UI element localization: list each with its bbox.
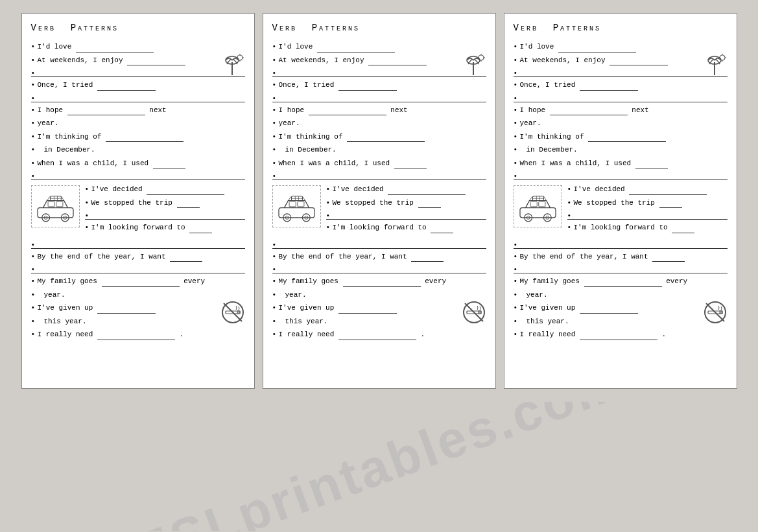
blank-full[interactable] <box>514 264 728 273</box>
blank[interactable] <box>652 253 685 262</box>
blank-full[interactable] <box>272 93 486 102</box>
svg-rect-32 <box>289 202 296 207</box>
blank[interactable] <box>127 56 185 65</box>
svg-line-42 <box>288 196 291 201</box>
worksheet-2: Verb Patterns I'd love At weekends, I en… <box>263 13 496 389</box>
list-item <box>31 264 245 273</box>
blank[interactable] <box>659 199 682 208</box>
blank[interactable] <box>431 224 453 233</box>
blank[interactable] <box>580 82 638 91</box>
blank[interactable] <box>558 43 636 52</box>
page-container: Verb Patterns I'd love At weekends, I en… <box>13 13 745 531</box>
svg-rect-55 <box>520 208 556 218</box>
blank[interactable] <box>102 278 180 287</box>
blank[interactable] <box>394 159 427 168</box>
list-item: I've given up <box>514 303 728 314</box>
list-item: By the end of the year, I want <box>31 251 245 262</box>
blank[interactable] <box>610 56 668 65</box>
car-bullets-3: I've decided We stopped the trip I'm loo… <box>567 184 728 236</box>
blank[interactable] <box>388 186 466 195</box>
blank-full[interactable] <box>514 240 728 249</box>
blank[interactable] <box>147 186 224 195</box>
list-item: I'm thinking of <box>514 132 728 143</box>
svg-line-67 <box>543 196 546 201</box>
watermark-area: ESLprintables.com <box>13 402 745 531</box>
blank-full[interactable] <box>514 93 728 102</box>
blank-full[interactable] <box>514 68 728 77</box>
watermark: ESLprintables.com <box>127 402 630 531</box>
blank[interactable] <box>588 133 666 142</box>
blank-full[interactable] <box>31 171 245 180</box>
worksheet-1-list: I'd love At weekends, I enjoy <box>31 41 245 180</box>
blank-full[interactable] <box>272 171 486 180</box>
blank-full[interactable] <box>85 211 245 220</box>
blank-full[interactable] <box>272 68 486 77</box>
list-item: My family goes every <box>31 276 245 287</box>
blank[interactable] <box>418 199 441 208</box>
blank-full[interactable] <box>31 240 245 249</box>
blank-full[interactable] <box>272 264 486 273</box>
list-item: I've decided <box>567 184 728 195</box>
svg-rect-56 <box>530 202 537 207</box>
list-item <box>31 93 245 102</box>
list-item: I've decided <box>326 184 486 195</box>
blank[interactable] <box>106 133 184 142</box>
blank[interactable] <box>584 278 662 287</box>
blank[interactable] <box>635 159 668 168</box>
blank-full[interactable] <box>326 211 486 220</box>
list-item: At weekends, I enjoy <box>31 55 245 66</box>
blank[interactable] <box>338 82 397 91</box>
blank[interactable] <box>177 199 200 208</box>
blank[interactable] <box>309 106 386 115</box>
list-item <box>272 171 486 180</box>
svg-rect-9 <box>56 202 62 207</box>
blank[interactable] <box>550 106 628 115</box>
list-item: We stopped the trip <box>85 198 245 209</box>
blank-full[interactable] <box>272 240 486 249</box>
car-icon-1 <box>31 185 80 227</box>
blank[interactable] <box>338 305 397 314</box>
blank[interactable] <box>97 82 156 91</box>
worksheet-3-bottom-list: By the end of the year, I want My family… <box>514 240 728 340</box>
blank[interactable] <box>76 43 154 52</box>
blank-full[interactable] <box>31 264 245 273</box>
blank[interactable] <box>629 186 707 195</box>
blank[interactable] <box>153 159 185 168</box>
list-item: year. <box>272 290 486 301</box>
list-item: Once, I tried <box>272 80 486 91</box>
blank[interactable] <box>338 331 416 340</box>
list-item: By the end of the year, I want <box>514 251 728 262</box>
blank[interactable] <box>317 43 395 52</box>
blank-full[interactable] <box>567 211 728 220</box>
blank[interactable] <box>411 253 444 262</box>
list-item: When I was a child, I used <box>514 158 728 169</box>
blank[interactable] <box>580 331 657 340</box>
list-item: I hope next <box>514 105 728 116</box>
blank-full[interactable] <box>31 93 245 102</box>
blank[interactable] <box>97 331 175 340</box>
list-item: I hope next <box>31 105 245 116</box>
list-item: in December. <box>31 145 245 156</box>
list-item: in December. <box>514 145 728 156</box>
svg-point-50 <box>720 55 725 60</box>
list-item <box>85 211 245 220</box>
worksheet-1-title: Verb Patterns <box>31 21 245 35</box>
blank[interactable] <box>67 106 145 115</box>
blank[interactable] <box>170 253 202 262</box>
blank[interactable] <box>189 224 212 233</box>
blank[interactable] <box>580 305 638 314</box>
car-bullets-1: I've decided We stopped the trip I'm loo… <box>85 184 245 236</box>
blank[interactable] <box>97 305 156 314</box>
blank-full[interactable] <box>31 68 245 77</box>
list-item: My family goes every <box>272 276 486 287</box>
list-item: I'd love <box>31 41 245 52</box>
list-item: year. <box>31 290 245 301</box>
blank[interactable] <box>343 278 421 287</box>
car-bullet-list: I've decided We stopped the trip I'm loo… <box>85 184 245 233</box>
list-item <box>272 240 486 249</box>
blank-full[interactable] <box>514 171 728 180</box>
svg-point-26 <box>479 55 484 60</box>
blank[interactable] <box>347 133 425 142</box>
blank[interactable] <box>368 56 427 65</box>
blank[interactable] <box>672 224 694 233</box>
